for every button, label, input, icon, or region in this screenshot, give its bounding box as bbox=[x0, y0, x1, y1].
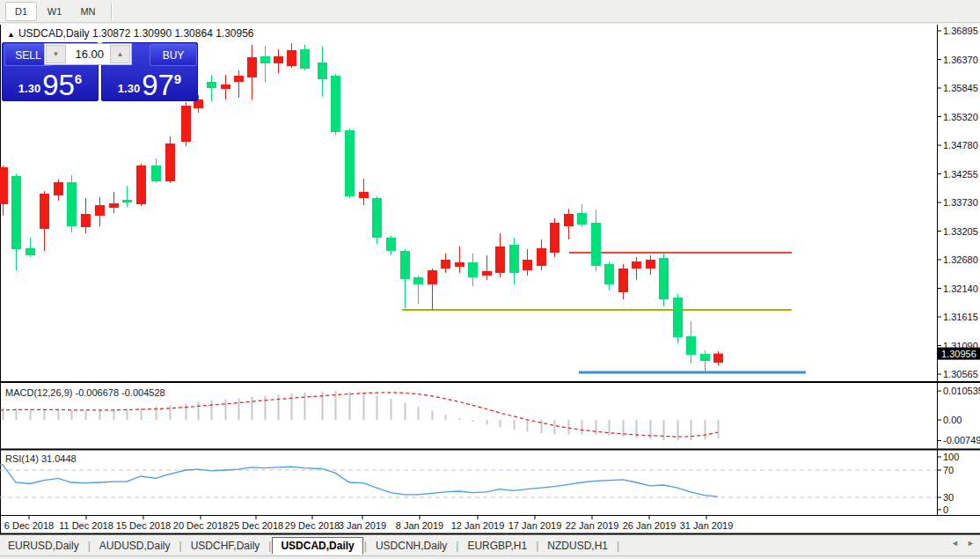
buy-button[interactable]: BUY bbox=[150, 44, 197, 66]
date-axis-label: 31 Jan 2019 bbox=[680, 520, 734, 531]
candle-body[interactable] bbox=[646, 260, 655, 268]
candle-body[interactable] bbox=[234, 76, 244, 82]
tab-scroll-left-button[interactable]: ◄ bbox=[951, 539, 959, 548]
candle-body[interactable] bbox=[372, 198, 382, 238]
candle-body[interactable] bbox=[151, 165, 161, 181]
rsi-axis-label: 30 bbox=[943, 492, 954, 503]
price-axis-label: 1.34780 bbox=[943, 140, 978, 151]
candle-body[interactable] bbox=[287, 50, 296, 66]
candle-body[interactable] bbox=[122, 200, 132, 202]
candle-body[interactable] bbox=[359, 192, 369, 198]
candle-body[interactable] bbox=[591, 223, 601, 266]
rsi-line bbox=[0, 465, 718, 496]
volume-increase-button[interactable]: ▲ bbox=[110, 45, 130, 63]
chart-title: ▲USDCAD,Daily 1.30872 1.30990 1.30864 1.… bbox=[7, 27, 254, 40]
candle-body[interactable] bbox=[468, 262, 478, 277]
chart-tab-eurgbp[interactable]: EURGBP,H1 bbox=[459, 538, 535, 554]
price-axis-label: 1.34255 bbox=[943, 169, 978, 180]
price-axis-label: 1.33730 bbox=[943, 197, 978, 208]
sell-price-sup: 6 bbox=[75, 71, 82, 86]
candle-body[interactable] bbox=[441, 260, 450, 268]
candle-body[interactable] bbox=[632, 261, 641, 268]
tab-scroll-right-button[interactable]: ► bbox=[967, 539, 975, 548]
chart-tab-usdchf[interactable]: USDCHF,Daily bbox=[183, 538, 268, 554]
candle-body[interactable] bbox=[318, 63, 327, 79]
candle-body[interactable] bbox=[260, 56, 270, 63]
chart-tab-usdcnh[interactable]: USDCNH,Daily bbox=[368, 538, 455, 554]
date-axis-label: 25 Dec 2018 bbox=[229, 520, 283, 531]
rsi-indicator-label: RSI(14) 31.0448 bbox=[5, 453, 77, 464]
candle-body[interactable] bbox=[428, 270, 437, 284]
candle-body[interactable] bbox=[537, 248, 546, 266]
candle-body[interactable] bbox=[509, 245, 519, 273]
status-strip bbox=[0, 555, 980, 559]
candle-body[interactable] bbox=[26, 248, 35, 255]
chart-tab-usdcad[interactable]: USDCAD,Daily bbox=[272, 537, 362, 555]
symbol-collapse-icon[interactable]: ▲ bbox=[7, 30, 15, 39]
candle-body[interactable] bbox=[331, 76, 340, 132]
candle-body[interactable] bbox=[659, 258, 669, 299]
date-axis-label: 11 Dec 2018 bbox=[59, 520, 113, 531]
candle-body[interactable] bbox=[165, 143, 175, 181]
date-axis-label: 8 Jan 2019 bbox=[396, 520, 443, 531]
candle-body[interactable] bbox=[577, 213, 587, 224]
price-axis-label: 1.35320 bbox=[943, 112, 978, 122]
candle-body[interactable] bbox=[207, 82, 216, 88]
candle-body[interactable] bbox=[247, 57, 257, 77]
candle-body[interactable] bbox=[400, 251, 410, 279]
candle-body[interactable] bbox=[300, 49, 310, 69]
candle-body[interactable] bbox=[713, 354, 723, 363]
candle-body[interactable] bbox=[0, 167, 8, 204]
date-axis-label: 17 Jan 2019 bbox=[508, 520, 562, 531]
candle-body[interactable] bbox=[523, 260, 532, 270]
candle-body[interactable] bbox=[673, 298, 683, 337]
candle-body[interactable] bbox=[686, 336, 696, 355]
candle-body[interactable] bbox=[564, 214, 574, 226]
volume-input[interactable]: 16.00 bbox=[67, 44, 109, 64]
buy-price-big: 97 bbox=[142, 73, 174, 98]
candle-body[interactable] bbox=[181, 106, 191, 142]
macd-axis-label: 0.00 bbox=[943, 415, 962, 425]
ohlc-open: 1.30872 bbox=[92, 27, 130, 40]
date-axis-label: 29 Dec 2018 bbox=[285, 520, 340, 531]
candle-body[interactable] bbox=[618, 268, 628, 292]
candle-body[interactable] bbox=[700, 354, 710, 361]
candle-body[interactable] bbox=[136, 165, 146, 204]
price-axis-label: 1.35845 bbox=[943, 83, 978, 93]
price-axis-label: 1.32680 bbox=[943, 254, 978, 265]
date-axis-label: 15 Dec 2018 bbox=[116, 520, 171, 531]
sell-price-big: 95 bbox=[42, 73, 75, 98]
date-axis-label: 22 Jan 2019 bbox=[566, 520, 619, 531]
volume-spinner: ▼ 16.00 ▲ bbox=[44, 43, 132, 65]
candle-body[interactable] bbox=[11, 176, 21, 249]
current-price-label: 1.30956 bbox=[941, 349, 976, 359]
chevron-up-icon: ▲ bbox=[117, 50, 124, 58]
candle-body[interactable] bbox=[81, 214, 91, 227]
candle-body[interactable] bbox=[604, 264, 614, 284]
candle-body[interactable] bbox=[274, 56, 283, 63]
candle-body[interactable] bbox=[386, 238, 396, 251]
candle-body[interactable] bbox=[482, 271, 492, 276]
candle-body[interactable] bbox=[221, 85, 230, 89]
candle-body[interactable] bbox=[40, 194, 49, 229]
rsi-axis-label: 70 bbox=[943, 465, 954, 475]
ohlc-close: 1.30956 bbox=[216, 27, 253, 40]
candle-body[interactable] bbox=[455, 262, 464, 267]
buy-price-display[interactable]: 1.30979 bbox=[101, 69, 198, 100]
candle-body[interactable] bbox=[550, 223, 559, 253]
candle-body[interactable] bbox=[495, 246, 505, 273]
sell-price-display[interactable]: 1.30956 bbox=[2, 69, 99, 100]
candle-body[interactable] bbox=[67, 182, 77, 226]
chart-tab-nzdusd[interactable]: NZDUSD,H1 bbox=[539, 538, 616, 554]
candle-body[interactable] bbox=[345, 130, 355, 196]
chart-tab-audusd[interactable]: AUDUSD,Daily bbox=[91, 538, 179, 554]
mt5-application-window: D1W1MN ▲USDCAD,Daily 1.30872 1.30990 1.3… bbox=[0, 0, 980, 559]
chart-tab-eurusd[interactable]: EURUSD,Daily bbox=[0, 538, 87, 554]
candle-body[interactable] bbox=[413, 277, 423, 284]
sell-price-prefix: 1.30 bbox=[18, 82, 40, 95]
candle-body[interactable] bbox=[54, 182, 63, 195]
candle-body[interactable] bbox=[109, 203, 119, 208]
candle-body[interactable] bbox=[95, 205, 105, 216]
macd-indicator-label: MACD(12,26,9) -0.006678 -0.004528 bbox=[5, 387, 165, 398]
volume-decrease-button[interactable]: ▼ bbox=[46, 45, 66, 63]
